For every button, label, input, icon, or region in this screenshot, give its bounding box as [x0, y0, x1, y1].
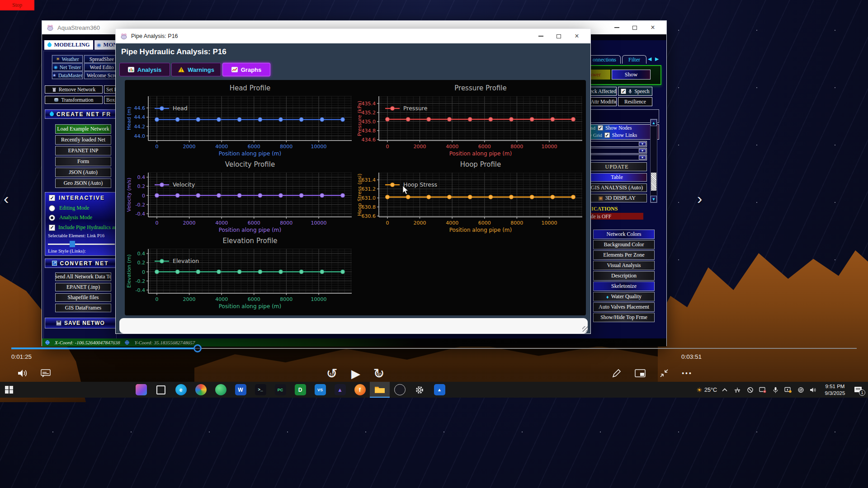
answer-button[interactable]: swer — [589, 70, 610, 80]
interactive-checkbox[interactable] — [49, 195, 55, 201]
taskbar-app-photos[interactable]: ▲ — [429, 382, 449, 398]
taskbar-app-firefox[interactable]: f — [350, 382, 370, 398]
visual-analysis-button[interactable]: Visual Analysis — [593, 261, 655, 270]
editing-mode-radio[interactable] — [49, 205, 55, 211]
tray-display-error-icon[interactable] — [758, 385, 768, 395]
dropdown-row-2[interactable]: ▼ — [587, 148, 647, 154]
show-nodes-checkbox[interactable] — [598, 125, 603, 131]
table-button[interactable]: Table — [587, 173, 647, 182]
dropdown-arrow-icon[interactable]: ▼ — [639, 149, 646, 153]
taskbar-clock[interactable]: 9:51 PM 9/3/2025 — [821, 383, 849, 397]
remove-network-button[interactable]: Remove Network — [45, 85, 103, 94]
right-scrollbar[interactable]: ▲ ▼ — [650, 119, 657, 203]
tool-welcome-screen-button[interactable]: Welcome Scre — [84, 71, 117, 79]
tab-connections[interactable]: onnections — [588, 55, 621, 64]
tray-speaker-icon[interactable] — [808, 385, 818, 395]
taskbar-app-settings[interactable] — [410, 382, 429, 398]
load-example-network-button[interactable]: Load Example Network — [55, 124, 111, 134]
dropdown-row-3[interactable]: ▼ — [587, 155, 647, 160]
geo-json-auto-button[interactable]: Geo JSON (Auto) — [55, 178, 111, 188]
tray-microphone-icon[interactable] — [770, 385, 780, 395]
volume-button[interactable] — [16, 367, 29, 379]
taskbar-app-obs[interactable] — [390, 382, 410, 398]
tab-scroll-right-icon[interactable]: ▶ — [655, 56, 659, 62]
tray-chevron-up-icon[interactable] — [720, 385, 730, 395]
skeletonize-button[interactable]: Skeletonize — [593, 282, 655, 291]
forward-30-button[interactable]: ↻ 30 — [371, 365, 387, 381]
tab-analysis[interactable]: Analysis — [119, 63, 170, 76]
dialog-minimize-button[interactable] — [532, 29, 550, 43]
subtitles-button[interactable] — [40, 367, 52, 379]
epanet-inp-export-button[interactable]: EPANET (.inp) — [55, 283, 111, 291]
dropdown-arrow-icon[interactable]: ▼ — [639, 142, 646, 146]
tray-network-globe-icon[interactable] — [796, 385, 806, 395]
dropdown-arrow-icon[interactable]: ▼ — [639, 155, 646, 160]
background-color-button[interactable]: Background Color — [593, 240, 655, 249]
tool-datamaster-button[interactable]: ★DataMaster — [52, 71, 83, 79]
resilience-button[interactable]: Resilience — [618, 97, 652, 106]
resize-grip[interactable] — [582, 326, 588, 332]
exit-fullscreen-button[interactable] — [658, 367, 670, 379]
speech-checkbox[interactable] — [621, 89, 626, 94]
edit-button[interactable] — [610, 367, 623, 379]
scroll-up-button[interactable]: ▲ — [651, 119, 657, 126]
tool-net-tester-button[interactable]: ◉Net Tester — [52, 63, 83, 71]
display-3d-button[interactable]: ▣ 3D DISPLAY — [587, 194, 647, 202]
dropdown-row-1[interactable]: ▼ — [587, 141, 647, 147]
taskbar-app-task-view[interactable] — [151, 382, 171, 398]
show-links-checkbox[interactable] — [604, 132, 610, 138]
transformation-button[interactable]: Transformation — [45, 96, 103, 104]
attr-modifier-toggle[interactable]: ✓ Attr Modifier — [587, 97, 617, 106]
taskbar-app-browser-sphere[interactable] — [191, 382, 211, 398]
shapefile-files-button[interactable]: Shapefile files — [55, 293, 111, 302]
rewind-10-button[interactable]: ↺ 10 — [324, 365, 340, 381]
dialog-close-button[interactable]: × — [568, 29, 586, 43]
taskbar-app-d-tool[interactable]: D — [290, 382, 310, 398]
tray-blocked-icon[interactable] — [745, 385, 755, 395]
scroll-thumb[interactable] — [651, 173, 656, 191]
tab-scroll-left-icon[interactable]: ◀ — [648, 56, 651, 62]
start-button[interactable] — [0, 382, 18, 398]
gis-analysis-button[interactable]: GIS ANALYSIS (Auto) — [587, 183, 647, 192]
notification-center-button[interactable]: 1 — [852, 384, 864, 396]
play-button[interactable]: ▶ — [348, 366, 363, 381]
tray-screen-share-icon[interactable] — [783, 385, 793, 395]
taskbar-app-triangle-tool[interactable]: ▲ — [330, 382, 350, 398]
check-affected-button[interactable]: heck Affected — [587, 87, 617, 96]
tool-weather-button[interactable]: ☀Weather — [52, 55, 83, 63]
form-button[interactable]: Form — [55, 157, 111, 166]
gis-dataframes-button[interactable]: GIS DataFrames — [55, 304, 111, 312]
taskbar-app-terminal[interactable]: >_ — [250, 382, 270, 398]
progress-handle[interactable] — [193, 344, 202, 352]
description-button[interactable]: Description — [593, 271, 655, 281]
video-progress-bar[interactable] — [11, 346, 857, 351]
video-next-arrow[interactable]: › — [697, 190, 702, 207]
tab-modelling[interactable]: MODELLING — [44, 40, 93, 50]
taskbar-app-pycharm[interactable]: PC — [270, 382, 290, 398]
tab-graphs[interactable]: Graphs — [222, 63, 270, 76]
taskbar-app-city[interactable] — [131, 382, 151, 398]
scroll-down-button[interactable]: ▼ — [651, 196, 657, 202]
network-colors-button[interactable]: Network Colors — [593, 230, 655, 239]
weather-tray[interactable]: ☀ 25°C — [697, 386, 717, 394]
tray-usb-icon[interactable] — [732, 385, 742, 395]
taskbar-app-media-player-active[interactable] — [370, 382, 390, 398]
box-plots-button[interactable]: Box plots — [104, 96, 117, 104]
taskbar-app-green-sphere[interactable] — [211, 382, 231, 398]
line-style-slider[interactable] — [48, 241, 115, 247]
json-auto-button[interactable]: JSON (Auto) — [55, 168, 111, 177]
slider-handle[interactable] — [70, 241, 75, 247]
show-hide-top-frame-button[interactable]: Show/Hide Top Frme — [593, 313, 655, 322]
taskbar-app-word[interactable]: W — [231, 382, 250, 398]
show-button[interactable]: Show — [612, 70, 651, 80]
set-font-button[interactable]: Set Font S — [104, 85, 117, 94]
mini-player-button[interactable] — [634, 367, 646, 379]
video-prev-arrow[interactable]: ‹ — [4, 190, 9, 207]
speech-toggle[interactable]: Speech — [618, 87, 652, 96]
tool-spreadsheet-button[interactable]: SpreadShee — [84, 55, 117, 63]
maximize-button[interactable] — [626, 21, 644, 34]
epanet-inp-button[interactable]: EPANET INP — [55, 146, 111, 155]
tool-word-editor-button[interactable]: Word Edito — [84, 63, 117, 71]
include-pipe-hydraulics-checkbox[interactable] — [49, 225, 55, 231]
send-network-data-button[interactable]: Send All Network Data To — [55, 272, 111, 281]
